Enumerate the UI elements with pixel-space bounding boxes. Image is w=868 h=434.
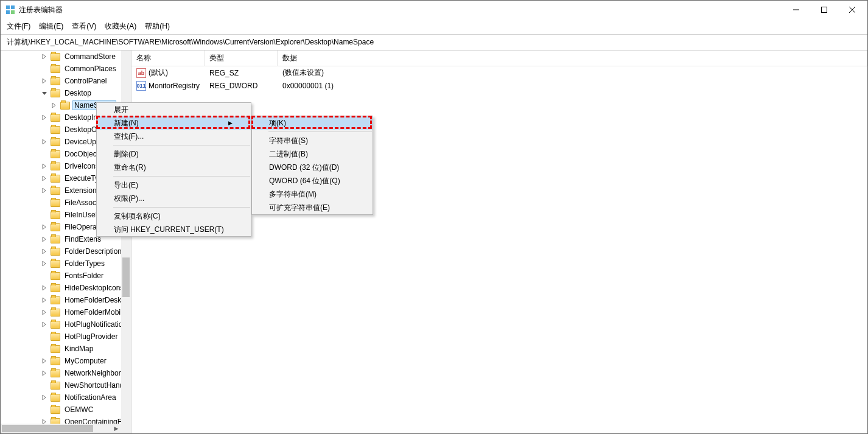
chevron-right-icon[interactable] <box>41 187 48 194</box>
folder-icon <box>51 333 60 341</box>
close-button[interactable] <box>838 1 866 19</box>
tree-node-label: DesktopIn <box>63 113 99 122</box>
chevron-right-icon[interactable] <box>41 138 48 145</box>
expander-placeholder <box>41 126 48 133</box>
chevron-right-icon[interactable] <box>41 309 48 316</box>
hscroll-thumb[interactable] <box>2 425 93 432</box>
menu-item[interactable]: 导出(E) <box>97 178 251 192</box>
chevron-right-icon[interactable] <box>41 296 48 304</box>
tree-node[interactable]: MyComputer <box>1 355 131 367</box>
tree-node[interactable]: FolderTypes <box>1 257 131 270</box>
tree-node[interactable]: HotPlugNotification <box>1 318 131 331</box>
menu-item[interactable]: 文件(F) <box>7 21 30 32</box>
context-submenu[interactable]: 项(K)字符串值(S)二进制值(B)DWORD (32 位)值(D)QWORD … <box>251 116 373 215</box>
address-bar[interactable]: 计算机\HKEY_LOCAL_MACHINE\SOFTWARE\Microsof… <box>1 34 867 51</box>
value-data: 0x00000001 (1) <box>278 82 867 90</box>
svg-rect-5 <box>822 7 827 13</box>
scroll-right-icon[interactable]: ► <box>111 424 121 433</box>
menu-item[interactable]: 查找(F)... <box>97 130 251 143</box>
menu-item[interactable]: 字符串值(S) <box>252 134 373 147</box>
chevron-down-icon[interactable] <box>41 89 48 97</box>
tree-node[interactable]: Desktop <box>1 87 131 99</box>
chevron-right-icon[interactable] <box>41 357 48 365</box>
tree-node-label: DesktopO <box>63 125 99 135</box>
menu-item[interactable]: 新建(N)▶ <box>97 116 251 130</box>
col-type[interactable]: 类型 <box>205 51 278 66</box>
chevron-right-icon[interactable] <box>41 175 48 182</box>
tree-node[interactable]: OEMWC <box>1 404 131 416</box>
menu-item-label: 二进制值(B) <box>269 149 308 159</box>
menu-item-label: 重命名(R) <box>114 163 146 173</box>
menu-item[interactable]: QWORD (64 位)值(Q) <box>252 174 373 187</box>
folder-icon <box>51 175 60 183</box>
chevron-right-icon[interactable] <box>41 369 48 377</box>
value-row[interactable]: ab(默认)REG_SZ(数值未设置) <box>131 66 867 79</box>
chevron-right-icon[interactable] <box>41 236 48 243</box>
chevron-right-icon[interactable] <box>51 102 58 109</box>
menu-item[interactable]: 收藏夹(A) <box>105 21 136 32</box>
menu-item[interactable]: 重命名(R) <box>97 161 251 174</box>
horizontal-scrollbar[interactable]: ◄ ► <box>1 424 121 433</box>
folder-icon <box>51 236 60 243</box>
chevron-right-icon[interactable] <box>41 260 48 267</box>
folder-icon <box>51 369 60 377</box>
col-name[interactable]: 名称 <box>131 51 205 66</box>
col-data[interactable]: 数据 <box>278 51 867 66</box>
menu-item[interactable]: 删除(D) <box>97 147 251 161</box>
chevron-right-icon[interactable] <box>41 321 48 328</box>
menu-item[interactable]: DWORD (32 位)值(D) <box>252 161 373 174</box>
menu-item[interactable]: 查看(V) <box>72 21 96 32</box>
menu-item[interactable]: 帮助(H) <box>145 21 170 32</box>
scroll-thumb[interactable] <box>122 257 130 297</box>
tree-node[interactable]: NetworkNeighborh <box>1 367 131 379</box>
value-row[interactable]: 011MonitorRegistryREG_DWORD0x00000001 (1… <box>131 79 867 92</box>
chevron-right-icon[interactable] <box>41 223 48 231</box>
tree-node[interactable]: HotPlugProvider <box>1 331 131 343</box>
tree-node[interactable]: NewShortcutHandl <box>1 379 131 391</box>
menu-item[interactable]: 复制项名称(C) <box>97 209 251 223</box>
value-type: REG_SZ <box>205 69 278 77</box>
chevron-right-icon[interactable] <box>41 163 48 170</box>
tree-node[interactable]: NotificationArea <box>1 391 131 404</box>
expander-placeholder <box>41 272 48 279</box>
values-header[interactable]: 名称 类型 数据 <box>131 51 867 66</box>
menu-item-label: 复制项名称(C) <box>114 211 161 222</box>
menu-item[interactable]: 二进制值(B) <box>252 147 373 161</box>
tree-node[interactable]: ControlPanel <box>1 75 131 87</box>
tree-node[interactable]: CommonPlaces <box>1 63 131 75</box>
folder-icon <box>51 138 60 146</box>
tree-node[interactable]: FontsFolder <box>1 270 131 282</box>
tree-node[interactable]: KindMap <box>1 343 131 355</box>
chevron-right-icon[interactable] <box>41 394 48 401</box>
menubar: 文件(F)编辑(E)查看(V)收藏夹(A)帮助(H) <box>1 19 867 34</box>
chevron-right-icon[interactable] <box>41 284 48 292</box>
menu-item[interactable]: 访问 HKEY_CURRENT_USER(T) <box>97 223 251 236</box>
tree-node[interactable]: HideDesktopIcons <box>1 282 131 294</box>
expander-placeholder <box>41 333 48 340</box>
dword-value-icon: 011 <box>136 81 146 91</box>
menu-item[interactable]: 项(K) <box>252 116 373 130</box>
folder-icon <box>51 199 60 207</box>
tree-node[interactable]: FolderDescriptions <box>1 245 131 257</box>
svg-rect-3 <box>11 10 15 14</box>
folder-icon <box>51 211 60 219</box>
tree-node-label: FileOperat <box>63 222 100 232</box>
tree-node-label: MyComputer <box>63 356 108 366</box>
menu-item[interactable]: 可扩充字符串值(E) <box>252 201 373 214</box>
tree-node-label: DeviceUp <box>63 137 98 147</box>
menu-item[interactable]: 编辑(E) <box>39 21 63 32</box>
chevron-right-icon[interactable] <box>41 114 48 121</box>
app-icon <box>5 5 15 15</box>
chevron-right-icon[interactable] <box>41 53 48 60</box>
maximize-button[interactable] <box>810 1 838 19</box>
tree-node[interactable]: HomeFolderMobile <box>1 306 131 318</box>
tree-node[interactable]: HomeFolderDeskto <box>1 294 131 306</box>
menu-item[interactable]: 展开 <box>97 103 251 116</box>
chevron-right-icon[interactable] <box>41 77 48 85</box>
context-menu[interactable]: 展开新建(N)▶查找(F)...删除(D)重命名(R)导出(E)权限(P)...… <box>96 102 251 237</box>
chevron-right-icon[interactable] <box>41 248 48 255</box>
tree-node[interactable]: CommandStore <box>1 51 131 63</box>
minimize-button[interactable] <box>782 1 810 19</box>
menu-item[interactable]: 权限(P)... <box>97 192 251 205</box>
menu-item[interactable]: 多字符串值(M) <box>252 187 373 201</box>
